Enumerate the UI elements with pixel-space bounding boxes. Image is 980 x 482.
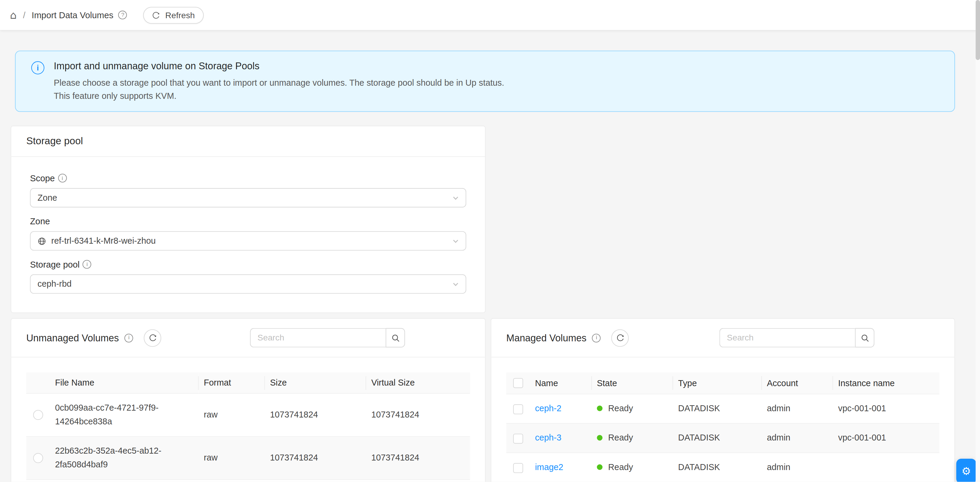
column-header-format: Format	[199, 372, 265, 393]
table-row: image2 Ready DATADISK admin	[506, 453, 939, 482]
breadcrumb-separator: /	[23, 10, 25, 20]
unmanaged-volumes-title: Unmanaged Volumes	[26, 332, 119, 344]
status-dot	[597, 465, 603, 470]
scope-label-text: Scope	[30, 172, 55, 184]
column-header-size: Size	[265, 372, 366, 393]
search-icon	[391, 333, 399, 342]
managed-volumes-header: Managed Volumes i	[492, 319, 955, 358]
managed-info-icon[interactable]: i	[592, 333, 601, 342]
cell-type: DATADISK	[673, 453, 762, 482]
managed-search-button[interactable]	[855, 328, 875, 348]
row-checkbox[interactable]	[513, 404, 523, 414]
cell-file-name: 22b63c2b-352a-4ec5-ab12-2fa508d4baf9	[50, 437, 199, 480]
unmanaged-table-wrap: File Name Format Size Virtual Size 0cb09…	[11, 358, 485, 480]
zone-label: Zone	[30, 215, 466, 227]
cell-account: admin	[762, 394, 834, 423]
managed-refresh-button[interactable]	[611, 329, 629, 347]
cell-type: DATADISK	[673, 423, 762, 453]
row-checkbox[interactable]	[513, 463, 523, 473]
column-header-type: Type	[673, 372, 762, 394]
alert-description-line2: This feature only supports KVM.	[54, 89, 504, 102]
globe-icon	[38, 237, 46, 245]
info-alert: i Import and unmanage volume on Storage …	[15, 51, 955, 112]
home-icon[interactable]: ⌂	[10, 10, 17, 20]
managed-volumes-title: Managed Volumes	[506, 332, 587, 344]
scope-select[interactable]: Zone	[30, 188, 466, 208]
volume-name-link[interactable]: ceph-3	[535, 433, 561, 442]
volume-name-link[interactable]: image2	[535, 463, 563, 472]
info-circle-icon: i	[31, 61, 45, 74]
cell-virtual-size: 1073741824	[366, 393, 470, 436]
table-row: 0cb099aa-cc7e-4721-97f9-14264bce838a raw…	[26, 393, 470, 436]
column-header-name: Name	[530, 372, 592, 394]
breadcrumb-current: Import Data Volumes	[32, 10, 113, 20]
alert-body: Import and unmanage volume on Storage Po…	[54, 59, 504, 102]
cell-format: raw	[199, 393, 265, 436]
alert-title: Import and unmanage volume on Storage Po…	[54, 59, 504, 73]
column-header-file-name: File Name	[50, 372, 199, 393]
unmanaged-title-wrap: Unmanaged Volumes i	[26, 329, 161, 347]
cell-format: raw	[199, 437, 265, 480]
cell-account: admin	[762, 453, 834, 482]
managed-volumes-table: Name State Type Account Instance name ce…	[506, 372, 939, 482]
unmanaged-select-column-header	[26, 372, 50, 393]
state-label: Ready	[608, 433, 633, 442]
row-checkbox[interactable]	[513, 434, 523, 444]
row-radio[interactable]	[33, 410, 43, 420]
cell-instance-name: vpc-001-001	[833, 423, 939, 453]
reload-icon	[152, 11, 160, 19]
storage-pool-form-item: Storage pool i ceph-rbd	[30, 258, 466, 294]
refresh-button-label: Refresh	[165, 10, 195, 20]
state-label: Ready	[608, 404, 633, 413]
unmanaged-volumes-table: File Name Format Size Virtual Size 0cb09…	[26, 372, 470, 480]
cell-state: Ready	[592, 394, 673, 423]
state-label: Ready	[608, 463, 633, 472]
scrollbar-track[interactable]	[975, 0, 980, 482]
chevron-down-icon	[452, 281, 460, 288]
refresh-button[interactable]: Refresh	[143, 6, 204, 23]
breadcrumb-bar: ⌂ / Import Data Volumes ? Refresh	[0, 0, 980, 30]
cell-instance-name	[833, 453, 939, 482]
status-dot	[597, 406, 603, 412]
managed-table-wrap: Name State Type Account Instance name ce…	[492, 358, 955, 482]
column-header-instance-name: Instance name	[833, 372, 939, 394]
cell-file-name: 0cb099aa-cc7e-4721-97f9-14264bce838a	[50, 393, 199, 436]
storage-pool-info-icon[interactable]: i	[83, 260, 91, 269]
volumes-lists-row: Unmanaged Volumes i	[11, 318, 955, 482]
unmanaged-volumes-header: Unmanaged Volumes i	[11, 319, 485, 358]
cell-instance-name: vpc-001-001	[833, 394, 939, 423]
reload-icon	[616, 334, 624, 342]
row-radio[interactable]	[33, 453, 43, 463]
unmanaged-search-input[interactable]	[250, 328, 386, 348]
managed-title-wrap: Managed Volumes i	[506, 329, 629, 347]
cell-virtual-size: 1073741824	[366, 437, 470, 480]
storage-pool-select-value: ceph-rbd	[38, 279, 72, 288]
scope-form-item: Scope i Zone	[30, 172, 466, 207]
chevron-down-icon	[452, 237, 460, 245]
volume-name-link[interactable]: ceph-2	[535, 404, 561, 413]
cell-state: Ready	[592, 453, 673, 482]
scope-label: Scope i	[30, 172, 466, 184]
help-question-icon[interactable]: ?	[118, 11, 127, 19]
unmanaged-refresh-button[interactable]	[144, 329, 162, 347]
cell-state: Ready	[592, 423, 673, 453]
unmanaged-search-group	[250, 328, 405, 348]
zone-form-item: Zone ref-trl-6341-k-Mr8-wei-zhou	[30, 215, 466, 251]
zone-select-value: ref-trl-6341-k-Mr8-wei-zhou	[51, 236, 156, 245]
column-header-state: State	[592, 372, 673, 394]
status-dot	[597, 435, 603, 441]
cell-account: admin	[762, 423, 834, 453]
managed-volumes-card: Managed Volumes i	[491, 318, 955, 482]
unmanaged-info-icon[interactable]: i	[124, 333, 133, 342]
managed-search-group	[719, 328, 874, 348]
scope-info-icon[interactable]: i	[58, 174, 67, 183]
managed-search-input[interactable]	[719, 328, 855, 348]
unmanaged-search-button[interactable]	[386, 328, 405, 348]
search-icon	[860, 333, 869, 342]
settings-float-button[interactable]: ⚙	[956, 459, 977, 482]
storage-pool-select[interactable]: ceph-rbd	[30, 274, 466, 294]
zone-select[interactable]: ref-trl-6341-k-Mr8-wei-zhou	[30, 231, 466, 251]
scrollbar-thumb[interactable]	[975, 0, 980, 60]
select-all-checkbox[interactable]	[513, 379, 523, 388]
page-content: i Import and unmanage volume on Storage …	[0, 30, 980, 482]
